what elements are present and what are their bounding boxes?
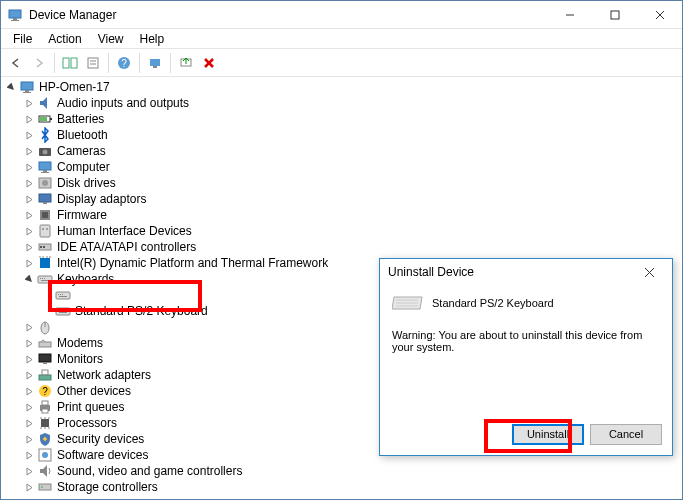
node-label: Monitors bbox=[57, 352, 103, 366]
expander-icon[interactable] bbox=[23, 257, 35, 269]
expander-icon[interactable] bbox=[23, 193, 35, 205]
tree-node-cat-9[interactable]: IDE ATA/ATAPI controllers bbox=[1, 239, 682, 255]
expander-icon[interactable] bbox=[23, 225, 35, 237]
svg-rect-64 bbox=[39, 342, 51, 347]
tree-node-cat-5[interactable]: Disk drives bbox=[1, 175, 682, 191]
node-label: Human Interface Devices bbox=[57, 224, 192, 238]
svg-rect-54 bbox=[60, 294, 61, 295]
expander-icon[interactable] bbox=[23, 241, 35, 253]
uninstall-confirm-button[interactable]: Uninstall bbox=[512, 424, 584, 445]
help-button[interactable]: ? bbox=[113, 52, 135, 74]
tree-node-cat-21[interactable]: Sound, video and game controllers bbox=[1, 463, 682, 479]
tree-node-cat-8[interactable]: Human Interface Devices bbox=[1, 223, 682, 239]
tree-node-cat-1[interactable]: Batteries bbox=[1, 111, 682, 127]
minimize-button[interactable] bbox=[547, 1, 592, 29]
dialog-title: Uninstall Device bbox=[388, 265, 644, 279]
back-button[interactable] bbox=[5, 52, 27, 74]
sound-icon bbox=[37, 463, 53, 479]
node-label: Other devices bbox=[57, 384, 131, 398]
expander-icon[interactable] bbox=[23, 465, 35, 477]
expander-icon[interactable] bbox=[23, 481, 35, 493]
expander-icon[interactable] bbox=[23, 433, 35, 445]
expander-icon[interactable] bbox=[23, 449, 35, 461]
menu-help[interactable]: Help bbox=[132, 30, 173, 48]
expander-icon[interactable] bbox=[23, 369, 35, 381]
dialog-warning-text: Warning: You are about to uninstall this… bbox=[392, 329, 660, 353]
node-label: Print queues bbox=[57, 400, 124, 414]
dialog-body: Standard PS/2 Keyboard Warning: You are … bbox=[380, 285, 672, 413]
svg-rect-60 bbox=[62, 310, 63, 311]
expander-icon[interactable] bbox=[23, 97, 35, 109]
svg-rect-4 bbox=[611, 11, 619, 19]
expander-icon[interactable] bbox=[23, 273, 35, 285]
app-icon bbox=[7, 7, 23, 23]
expander-icon[interactable] bbox=[23, 417, 35, 429]
update-driver-button[interactable] bbox=[175, 52, 197, 74]
node-label: Computer bbox=[57, 160, 110, 174]
expander-icon[interactable] bbox=[23, 113, 35, 125]
dialog-footer: Uninstall Cancel bbox=[380, 413, 672, 455]
expander-icon[interactable] bbox=[5, 81, 17, 93]
disk-icon bbox=[37, 175, 53, 191]
expander-icon[interactable] bbox=[23, 321, 35, 333]
svg-rect-56 bbox=[59, 296, 67, 297]
svg-rect-68 bbox=[42, 370, 48, 375]
other-icon: ? bbox=[37, 383, 53, 399]
tree-node-cat-6[interactable]: Display adaptors bbox=[1, 191, 682, 207]
window-title: Device Manager bbox=[29, 8, 547, 22]
svg-rect-23 bbox=[50, 118, 52, 120]
expander-icon[interactable] bbox=[23, 129, 35, 141]
tree-node-cat-0[interactable]: Audio inputs and outputs bbox=[1, 95, 682, 111]
node-label: HP-Omen-17 bbox=[39, 80, 110, 94]
svg-rect-35 bbox=[42, 212, 48, 218]
camera-icon bbox=[37, 143, 53, 159]
audio-icon bbox=[37, 95, 53, 111]
expander-icon[interactable] bbox=[23, 353, 35, 365]
node-label: IDE ATA/ATAPI controllers bbox=[57, 240, 196, 254]
cancel-button[interactable]: Cancel bbox=[590, 424, 662, 445]
svg-rect-55 bbox=[62, 294, 63, 295]
show-hidden-button[interactable] bbox=[59, 52, 81, 74]
security-icon bbox=[37, 431, 53, 447]
firmware-icon bbox=[37, 207, 53, 223]
forward-button[interactable] bbox=[28, 52, 50, 74]
bluetooth-icon bbox=[37, 127, 53, 143]
svg-rect-50 bbox=[44, 278, 45, 279]
tree-node-cat-7[interactable]: Firmware bbox=[1, 207, 682, 223]
menu-view[interactable]: View bbox=[90, 30, 132, 48]
node-label: Bluetooth bbox=[57, 128, 108, 142]
expander-icon[interactable] bbox=[41, 289, 53, 301]
expander-icon[interactable] bbox=[23, 385, 35, 397]
tree-node-cat-4[interactable]: Computer bbox=[1, 159, 682, 175]
menu-action[interactable]: Action bbox=[40, 30, 89, 48]
computer-icon bbox=[37, 159, 53, 175]
expander-icon[interactable] bbox=[23, 161, 35, 173]
svg-point-82 bbox=[42, 452, 48, 458]
properties-button[interactable] bbox=[82, 52, 104, 74]
node-label: Modems bbox=[57, 336, 103, 350]
tree-node-cat-2[interactable]: Bluetooth bbox=[1, 127, 682, 143]
expander-icon[interactable] bbox=[23, 337, 35, 349]
dialog-close-button[interactable] bbox=[644, 267, 664, 278]
svg-point-38 bbox=[46, 228, 48, 230]
node-label: Cameras bbox=[57, 144, 106, 158]
menu-file[interactable]: File bbox=[5, 30, 40, 48]
expander-icon[interactable] bbox=[23, 177, 35, 189]
uninstall-button[interactable] bbox=[198, 52, 220, 74]
svg-text:?: ? bbox=[42, 386, 48, 397]
tree-node-cat-3[interactable]: Cameras bbox=[1, 143, 682, 159]
close-button[interactable] bbox=[637, 1, 682, 29]
tree-node-root[interactable]: HP-Omen-17 bbox=[1, 79, 682, 95]
maximize-button[interactable] bbox=[592, 1, 637, 29]
expander-icon[interactable] bbox=[23, 401, 35, 413]
expander-icon[interactable] bbox=[23, 209, 35, 221]
expander-icon[interactable] bbox=[41, 305, 53, 317]
scan-button[interactable] bbox=[144, 52, 166, 74]
tree-node-cat-22[interactable]: Storage controllers bbox=[1, 479, 682, 495]
dialog-device-name: Standard PS/2 Keyboard bbox=[432, 297, 554, 309]
node-label: Disk drives bbox=[57, 176, 116, 190]
expander-icon[interactable] bbox=[23, 145, 35, 157]
svg-point-26 bbox=[43, 150, 48, 155]
node-label: Audio inputs and outputs bbox=[57, 96, 189, 110]
svg-rect-83 bbox=[39, 484, 51, 490]
